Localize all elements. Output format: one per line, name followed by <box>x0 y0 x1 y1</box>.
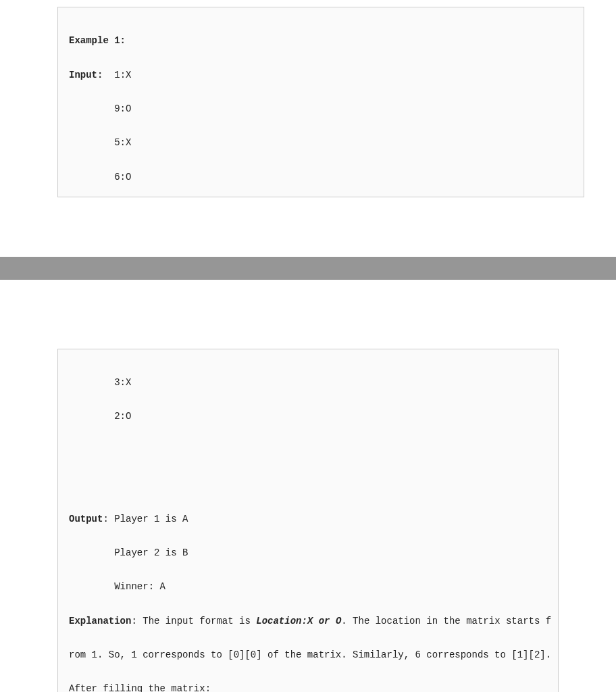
exp-post3: After filling the matrix: <box>69 683 211 692</box>
example-label: Example 1: <box>69 35 126 46</box>
divider-band <box>0 257 616 280</box>
output-label: Output <box>69 514 103 524</box>
cont-line-1: 3:X <box>114 377 131 388</box>
exp-post1: . The location in the matrix starts f <box>341 616 551 626</box>
exp-loc-fmt: Location:X or O <box>256 616 341 626</box>
input-line-2: 9:O <box>114 103 131 114</box>
output-line-3: Winner: A <box>114 581 165 592</box>
input-line-3: 5:X <box>114 137 131 148</box>
example-block: Example 1: Input: 1:X 9:O 5:X 6:O <box>57 7 584 197</box>
explanation-label: Explanation <box>69 616 131 626</box>
output-line-1: Player 1 is A <box>114 514 188 524</box>
cont-line-2: 2:O <box>114 411 131 422</box>
output-block: 3:X 2:O Output: Player 1 is A Player 2 i… <box>57 349 559 692</box>
input-line-4: 6:O <box>114 172 131 182</box>
exp-pre: The input format is <box>143 616 256 626</box>
exp-post2: rom 1. So, 1 corresponds to [0][0] of th… <box>69 649 551 660</box>
output-line-2: Player 2 is B <box>114 547 188 558</box>
input-label: Input: <box>69 70 103 80</box>
input-line-1: 1:X <box>114 70 131 80</box>
